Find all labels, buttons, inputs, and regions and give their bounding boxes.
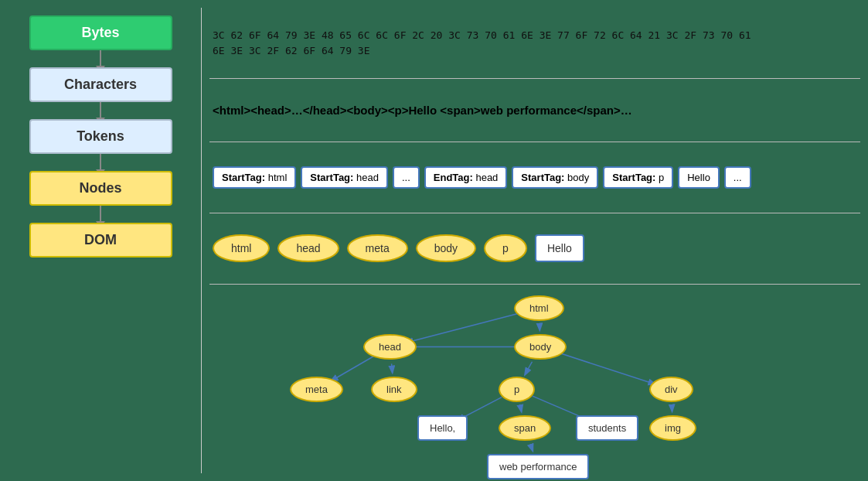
node-body: body — [416, 234, 476, 262]
nodes-section: html head meta body p Hello — [209, 213, 860, 285]
node-p: p — [484, 234, 527, 262]
token-startag-p: StartTag: p — [603, 166, 673, 189]
dom-section: htmlheadbodymetalinkpdivHello,spanstuden… — [209, 285, 860, 473]
step-characters-label: Characters — [64, 77, 137, 92]
step-tokens: Tokens — [29, 119, 172, 154]
step-characters: Characters — [29, 67, 172, 102]
token-endtag-head: EndTag: head — [424, 166, 508, 189]
step-bytes: Bytes — [29, 15, 172, 50]
dom-node-web-perf: web performance — [487, 454, 589, 479]
token-startag-html: StartTag: html — [213, 166, 296, 189]
step-tokens-label: Tokens — [77, 128, 124, 144]
node-meta: meta — [347, 234, 408, 262]
step-nodes: Nodes — [29, 171, 172, 206]
dom-canvas: htmlheadbodymetalinkpdivHello,spanstuden… — [213, 288, 857, 470]
step-dom-label: DOM — [84, 232, 117, 247]
dom-node-html: html — [514, 295, 564, 321]
svg-line-11 — [530, 444, 533, 450]
characters-section: <html><head>…</head><body><p>Hello <span… — [209, 79, 860, 142]
dom-node-div: div — [649, 377, 693, 402]
pipeline-steps: Bytes Characters Tokens Nodes DOM — [8, 8, 193, 473]
bytes-text: 3C 62 6F 64 79 3E 48 65 6C 6C 6F 2C 20 3… — [213, 28, 751, 58]
dom-node-link: link — [371, 377, 417, 402]
svg-line-5 — [525, 362, 532, 375]
arrow-chars-tokens — [100, 102, 101, 119]
step-bytes-label: Bytes — [81, 25, 119, 40]
token-ellipsis-2: ... — [724, 166, 751, 189]
dom-node-span: span — [499, 415, 551, 441]
arrow-bytes-chars — [100, 50, 101, 67]
node-html: html — [213, 234, 270, 262]
node-head: head — [277, 234, 339, 262]
arrow-nodes-dom — [100, 206, 101, 223]
nodes-container: html head meta body p Hello — [213, 234, 584, 262]
characters-text: <html><head>…</head><body><p>Hello <span… — [213, 104, 632, 117]
token-ellipsis-1: ... — [393, 166, 420, 189]
dom-node-meta: meta — [290, 377, 343, 402]
token-startag-body: StartTag: body — [512, 166, 598, 189]
arrow-tokens-nodes — [100, 154, 101, 171]
dom-node-hello-txt: Hello, — [417, 415, 468, 441]
dom-node-students: students — [576, 415, 638, 441]
svg-line-0 — [407, 312, 523, 343]
svg-line-4 — [392, 363, 393, 372]
tokens-container: StartTag: html StartTag: head ... EndTag… — [213, 166, 751, 189]
token-startag-head: StartTag: head — [301, 166, 388, 189]
step-nodes-label: Nodes — [79, 180, 121, 196]
right-content: 3C 62 6F 64 79 3E 48 65 6C 6C 6F 2C 20 3… — [201, 8, 860, 473]
token-text-hello: Hello — [678, 166, 720, 189]
dom-node-p: p — [499, 377, 535, 402]
main-container: Bytes Characters Tokens Nodes DOM 3C 62 … — [0, 0, 868, 481]
svg-line-6 — [557, 352, 655, 384]
bytes-section: 3C 62 6F 64 79 3E 48 65 6C 6C 6F 2C 20 3… — [209, 8, 860, 79]
dom-node-head: head — [363, 334, 417, 360]
node-hello: Hello — [535, 234, 584, 262]
dom-node-body: body — [514, 334, 567, 360]
tokens-section: StartTag: html StartTag: head ... EndTag… — [209, 142, 860, 213]
svg-line-8 — [520, 406, 521, 411]
step-dom: DOM — [29, 223, 172, 258]
dom-node-img: img — [649, 415, 696, 441]
svg-line-3 — [331, 355, 375, 380]
